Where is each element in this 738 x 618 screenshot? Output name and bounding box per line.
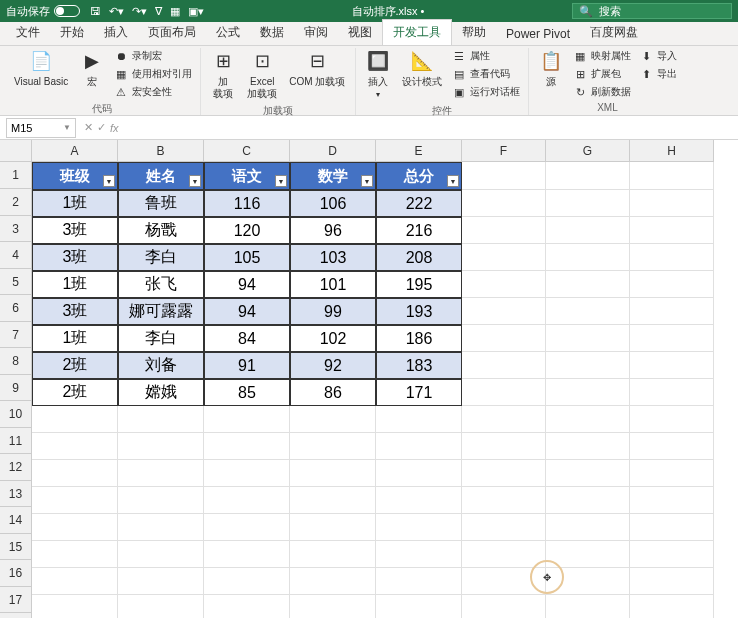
cell-D9[interactable]: 86 <box>290 379 376 406</box>
row-header-16[interactable]: 16 <box>0 560 32 587</box>
cell-G6[interactable] <box>546 298 630 325</box>
undo-icon[interactable]: ↶▾ <box>109 5 124 18</box>
insert-control-button[interactable]: 🔲插入▾ <box>362 48 394 102</box>
map-props-button[interactable]: ▦映射属性 <box>571 48 633 64</box>
cell-B16[interactable] <box>118 568 204 595</box>
xml-source-button[interactable]: 📋源 <box>535 48 567 90</box>
cell-G1[interactable] <box>546 162 630 190</box>
cell-E4[interactable]: 208 <box>376 244 462 271</box>
fx-icon[interactable]: fx <box>110 122 119 134</box>
row-header-13[interactable]: 13 <box>0 481 32 508</box>
cell-H17[interactable] <box>630 595 714 618</box>
cell-E3[interactable]: 216 <box>376 217 462 244</box>
cell-G5[interactable] <box>546 271 630 298</box>
cell-A12[interactable] <box>32 460 118 487</box>
cell-E16[interactable] <box>376 568 462 595</box>
cell-B6[interactable]: 娜可露露 <box>118 298 204 325</box>
cell-C12[interactable] <box>204 460 290 487</box>
cell-B3[interactable]: 杨戬 <box>118 217 204 244</box>
cell-G17[interactable] <box>546 595 630 618</box>
cell-A6[interactable]: 3班 <box>32 298 118 325</box>
column-header-D[interactable]: D <box>290 140 376 162</box>
table-icon[interactable]: ▦ <box>170 5 180 18</box>
run-dialog-button[interactable]: ▣运行对话框 <box>450 84 522 100</box>
cell-D14[interactable] <box>290 514 376 541</box>
cell-G10[interactable] <box>546 406 630 433</box>
macro-security-button[interactable]: ⚠宏安全性 <box>112 84 194 100</box>
cell-G11[interactable] <box>546 433 630 460</box>
row-header-5[interactable]: 5 <box>0 269 32 296</box>
row-header-4[interactable]: 4 <box>0 242 32 269</box>
cell-H5[interactable] <box>630 271 714 298</box>
cell-C15[interactable] <box>204 541 290 568</box>
cell-C7[interactable]: 84 <box>204 325 290 352</box>
cell-F15[interactable] <box>462 541 546 568</box>
row-header-18[interactable]: 18 <box>0 613 32 618</box>
cell-B4[interactable]: 李白 <box>118 244 204 271</box>
cell-D5[interactable]: 101 <box>290 271 376 298</box>
cell-D17[interactable] <box>290 595 376 618</box>
macros-button[interactable]: ▶ 宏 <box>76 48 108 90</box>
cell-E8[interactable]: 183 <box>376 352 462 379</box>
cell-E15[interactable] <box>376 541 462 568</box>
tab-审阅[interactable]: 审阅 <box>294 20 338 45</box>
column-header-B[interactable]: B <box>118 140 204 162</box>
cell-B17[interactable] <box>118 595 204 618</box>
redo-icon[interactable]: ↷▾ <box>132 5 147 18</box>
cell-B8[interactable]: 刘备 <box>118 352 204 379</box>
cell-A1[interactable]: 班级▼ <box>32 162 118 190</box>
cell-H16[interactable] <box>630 568 714 595</box>
cell-G14[interactable] <box>546 514 630 541</box>
cell-B11[interactable] <box>118 433 204 460</box>
cell-H9[interactable] <box>630 379 714 406</box>
save-icon[interactable]: 🖫 <box>90 5 101 17</box>
cell-F2[interactable] <box>462 190 546 217</box>
cell-E11[interactable] <box>376 433 462 460</box>
cell-H3[interactable] <box>630 217 714 244</box>
freeze-icon[interactable]: ▣▾ <box>188 5 204 18</box>
record-macro-button[interactable]: ⏺录制宏 <box>112 48 194 64</box>
tab-百度网盘[interactable]: 百度网盘 <box>580 20 648 45</box>
cell-H2[interactable] <box>630 190 714 217</box>
addins-button[interactable]: ⊞加 载项 <box>207 48 239 102</box>
cell-D15[interactable] <box>290 541 376 568</box>
row-header-1[interactable]: 1 <box>0 162 32 189</box>
cell-A17[interactable] <box>32 595 118 618</box>
cell-A15[interactable] <box>32 541 118 568</box>
cell-E7[interactable]: 186 <box>376 325 462 352</box>
cell-A5[interactable]: 1班 <box>32 271 118 298</box>
cell-D10[interactable] <box>290 406 376 433</box>
column-header-G[interactable]: G <box>546 140 630 162</box>
cell-A11[interactable] <box>32 433 118 460</box>
column-header-A[interactable]: A <box>32 140 118 162</box>
cell-C6[interactable]: 94 <box>204 298 290 325</box>
com-addins-button[interactable]: ⊟COM 加载项 <box>285 48 349 90</box>
cell-A2[interactable]: 1班 <box>32 190 118 217</box>
row-header-8[interactable]: 8 <box>0 348 32 375</box>
cell-C1[interactable]: 语文▼ <box>204 162 290 190</box>
tab-数据[interactable]: 数据 <box>250 20 294 45</box>
cell-D16[interactable] <box>290 568 376 595</box>
cell-C17[interactable] <box>204 595 290 618</box>
cell-E5[interactable]: 195 <box>376 271 462 298</box>
cell-A4[interactable]: 3班 <box>32 244 118 271</box>
cell-G8[interactable] <box>546 352 630 379</box>
column-header-H[interactable]: H <box>630 140 714 162</box>
cell-G12[interactable] <box>546 460 630 487</box>
cell-F10[interactable] <box>462 406 546 433</box>
cell-D6[interactable]: 99 <box>290 298 376 325</box>
cell-D4[interactable]: 103 <box>290 244 376 271</box>
select-all-cell[interactable] <box>0 140 32 162</box>
cell-G9[interactable] <box>546 379 630 406</box>
tab-Power Pivot[interactable]: Power Pivot <box>496 23 580 45</box>
cell-F12[interactable] <box>462 460 546 487</box>
cell-C14[interactable] <box>204 514 290 541</box>
row-header-9[interactable]: 9 <box>0 375 32 402</box>
cell-C16[interactable] <box>204 568 290 595</box>
column-header-C[interactable]: C <box>204 140 290 162</box>
filter-dropdown-icon[interactable]: ▼ <box>275 175 287 187</box>
cell-G13[interactable] <box>546 487 630 514</box>
cell-D12[interactable] <box>290 460 376 487</box>
design-mode-button[interactable]: 📐设计模式 <box>398 48 446 90</box>
row-header-3[interactable]: 3 <box>0 216 32 243</box>
